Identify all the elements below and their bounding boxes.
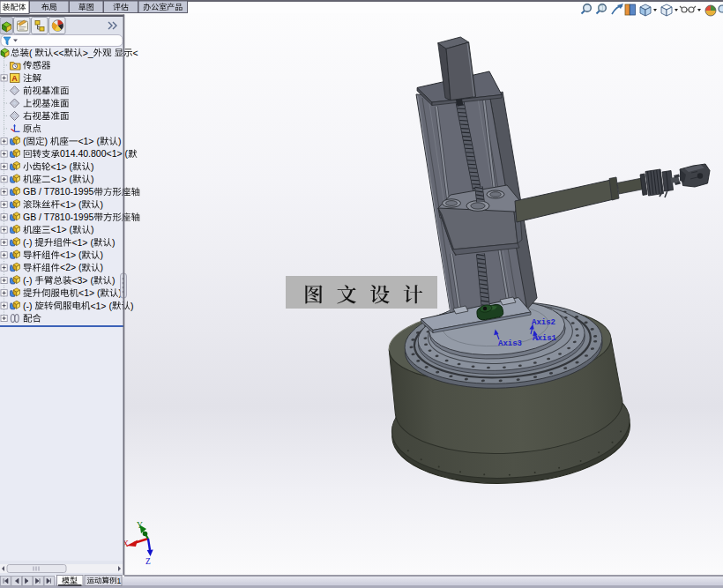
svg-text:(: (: [23, 136, 26, 146]
svg-text:A: A: [11, 74, 18, 83]
svg-text:<1> (: <1> (: [51, 174, 73, 184]
svg-text:<2> (: <2> (: [60, 262, 82, 272]
svg-text:Z: Z: [145, 557, 151, 566]
svg-text:1: 1: [117, 577, 122, 585]
svg-text:Y: Y: [137, 521, 143, 530]
svg-text:): ): [45, 136, 48, 146]
svg-text:(-): (-): [23, 301, 33, 311]
svg-text:): ): [112, 275, 115, 286]
svg-text:): ): [101, 249, 104, 260]
svg-text:Axis2: Axis2: [532, 318, 555, 327]
svg-text:<1> (: <1> (: [51, 224, 73, 234]
svg-text:GB / T7810-1995: GB / T7810-1995: [23, 212, 94, 222]
svg-text:<1> (: <1> (: [51, 161, 73, 172]
svg-text:(-): (-): [23, 275, 33, 286]
svg-text:): ): [101, 199, 104, 210]
svg-text:<1> (: <1> (: [60, 199, 82, 210]
svg-text:<1> (: <1> (: [71, 237, 93, 248]
svg-text:<<: <<: [53, 48, 63, 58]
svg-text:): ): [91, 174, 94, 184]
svg-text:<1> (: <1> (: [60, 249, 82, 260]
svg-text:<1> (: <1> (: [78, 136, 100, 146]
svg-text:): ): [91, 224, 94, 234]
svg-text:): ): [130, 301, 134, 311]
svg-text:): ): [101, 262, 104, 272]
svg-text:): ): [91, 161, 94, 172]
svg-text:Axis3: Axis3: [498, 339, 522, 348]
svg-text:014.40.800<1> (: 014.40.800<1> (: [60, 148, 129, 159]
svg-text:(-): (-): [23, 237, 33, 248]
svg-text:<: <: [133, 48, 138, 58]
svg-text:(: (: [29, 48, 33, 58]
svg-text:GB / T7810-1995: GB / T7810-1995: [23, 186, 94, 197]
svg-text:>_: >_: [83, 48, 93, 58]
svg-text:<1> (: <1> (: [90, 301, 112, 311]
svg-text:<1> (: <1> (: [78, 287, 101, 298]
svg-text:<3> (: <3> (: [71, 275, 93, 286]
svg-text:): ): [112, 237, 115, 248]
svg-text:): ): [118, 136, 122, 146]
